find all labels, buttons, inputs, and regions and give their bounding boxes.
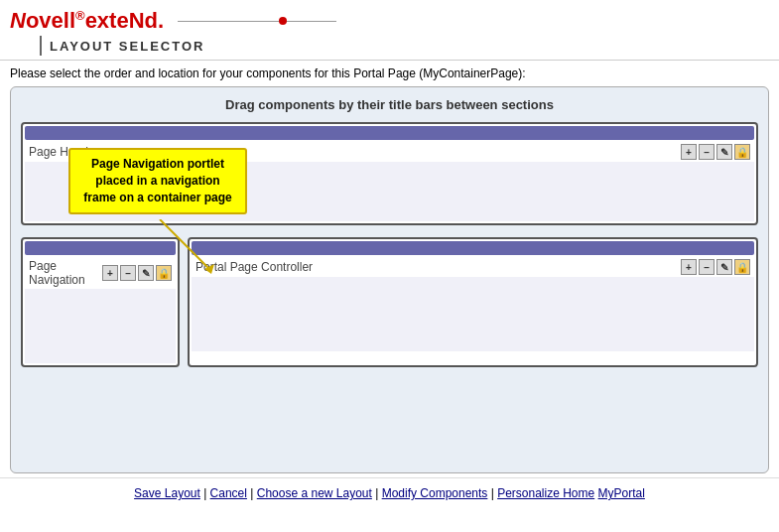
page-navigation-label: Page Navigation	[29, 259, 102, 287]
svg-line-0	[160, 219, 209, 269]
controller-title-bar	[192, 241, 754, 255]
brand-line	[172, 21, 769, 22]
two-col-sections: Page Navigation + – ✎ 🔒 Portal Page Cont…	[21, 237, 758, 367]
brand-novell: Novell®	[10, 8, 85, 34]
controller-icons: + – ✎ 🔒	[681, 259, 750, 275]
controller-content	[192, 277, 754, 351]
header-title-bar	[25, 126, 754, 140]
controller-lock-btn[interactable]: 🔒	[734, 259, 750, 275]
brand-logo: Novell® exteNd.	[10, 8, 769, 34]
controller-edit-btn[interactable]: ✎	[716, 259, 732, 275]
layout-area: Drag components by their title bars betw…	[10, 86, 769, 473]
nav-content	[25, 289, 176, 363]
callout-tooltip: Page Navigation portlet placed in a navi…	[68, 148, 247, 213]
sep2: |	[247, 486, 257, 500]
header-edit-btn[interactable]: ✎	[716, 144, 732, 160]
save-layout-link[interactable]: Save Layout	[134, 486, 200, 500]
my-portal-link[interactable]: MyPortal	[598, 486, 645, 500]
page-instruction: Please select the order and location for…	[0, 61, 779, 86]
portal-controller-section: Portal Page Controller + – ✎ 🔒	[188, 237, 758, 367]
controller-remove-btn[interactable]: –	[699, 259, 714, 275]
page-footer: Save Layout | Cancel | Choose a new Layo…	[0, 477, 779, 508]
layout-selector-title: LAYOUT SELECTOR	[50, 39, 204, 54]
personalize-home-link[interactable]: Personalize Home	[497, 486, 594, 500]
nav-add-btn[interactable]: +	[102, 265, 118, 281]
drag-instruction: Drag components by their title bars betw…	[21, 97, 758, 112]
brand-extend: exteNd.	[85, 8, 164, 34]
page-header: Novell® exteNd. LAYOUT SELECTOR	[0, 0, 779, 61]
sep1: |	[200, 486, 210, 500]
choose-layout-link[interactable]: Choose a new Layout	[257, 486, 372, 500]
cancel-link[interactable]: Cancel	[210, 486, 247, 500]
header-icons: + – ✎ 🔒	[681, 144, 750, 160]
controller-section-container: Portal Page Controller + – ✎ 🔒	[188, 237, 758, 367]
header-remove-btn[interactable]: –	[699, 144, 714, 160]
sep4: |	[487, 486, 497, 500]
header-add-btn[interactable]: +	[681, 144, 697, 160]
nav-remove-btn[interactable]: –	[120, 265, 136, 281]
callout-arrow	[150, 219, 229, 279]
modify-components-link[interactable]: Modify Components	[382, 486, 488, 500]
subtitle-bar: LAYOUT SELECTOR	[10, 34, 769, 60]
controller-row: Portal Page Controller + – ✎ 🔒	[192, 257, 754, 277]
sep3: |	[372, 486, 382, 500]
controller-add-btn[interactable]: +	[681, 259, 697, 275]
subtitle-bar-line	[40, 36, 42, 56]
header-lock-btn[interactable]: 🔒	[734, 144, 750, 160]
